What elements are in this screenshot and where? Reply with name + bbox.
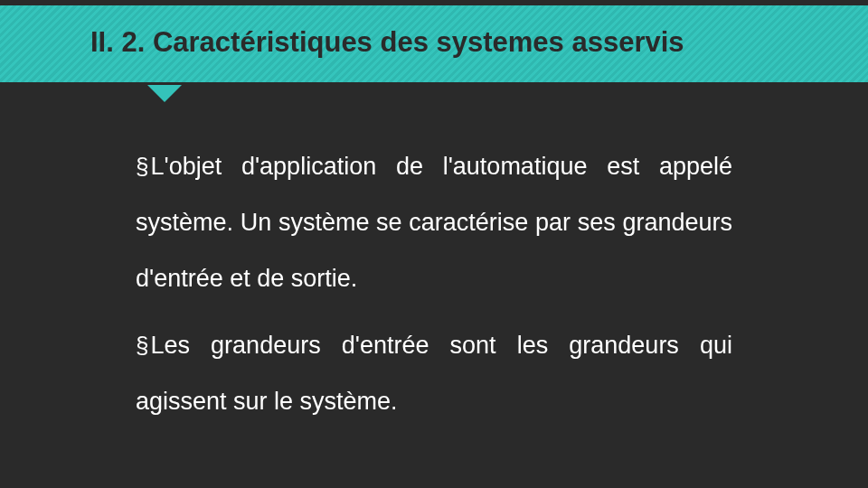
slide-title: II. 2. Caractéristiques des systemes ass… <box>90 26 868 59</box>
bullet-text: L'objet d'application de l'automatique e… <box>136 153 732 292</box>
bullet-item: §L'objet d'application de l'automatique … <box>136 138 732 306</box>
slide-header: II. 2. Caractéristiques des systemes ass… <box>0 0 868 85</box>
bullet-text: Les grandeurs d'entrée sont les grandeur… <box>136 332 732 415</box>
slide-content: §L'objet d'application de l'automatique … <box>0 102 868 429</box>
bullet-item: §Les grandeurs d'entrée sont les grandeu… <box>136 317 732 429</box>
bullet-icon: § <box>136 319 148 373</box>
header-pointer-icon <box>145 82 184 102</box>
bullet-icon: § <box>136 140 148 194</box>
